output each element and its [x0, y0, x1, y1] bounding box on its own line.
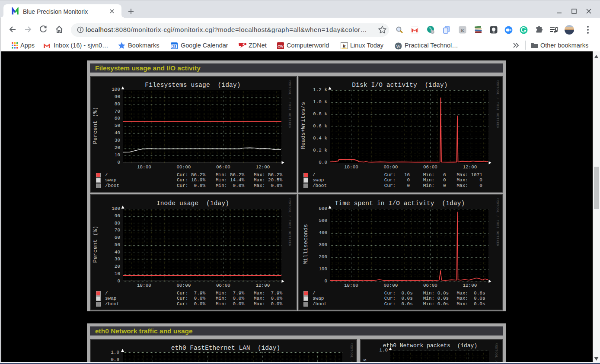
svg-text:к: к	[461, 27, 464, 33]
svg-text:W: W	[396, 44, 401, 49]
svg-text:?: ?	[431, 30, 433, 34]
svg-text:28: 28	[172, 44, 176, 49]
svg-text:CW: CW	[278, 44, 284, 48]
svg-text:lt: lt	[343, 43, 346, 48]
